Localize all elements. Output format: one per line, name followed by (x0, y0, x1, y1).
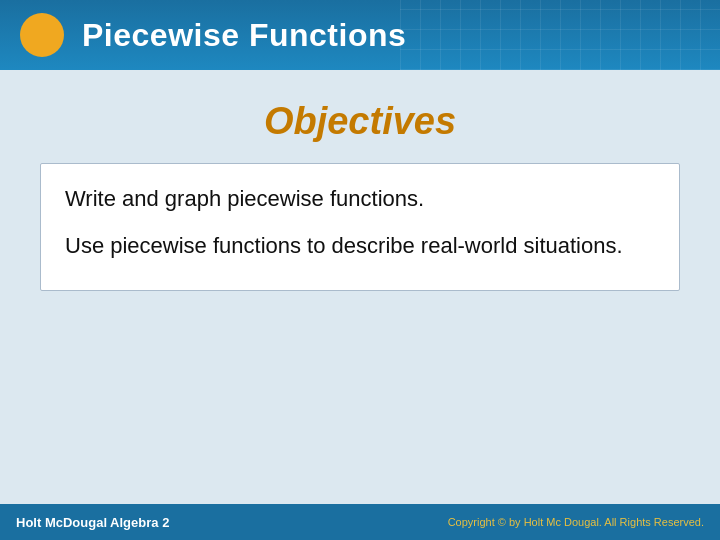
footer-left-text: Holt McDougal Algebra 2 (16, 515, 169, 530)
objectives-heading: Objectives (264, 100, 456, 143)
header-bar: Piecewise Functions (0, 0, 720, 70)
objectives-box: Write and graph piecewise functions. Use… (40, 163, 680, 291)
objective-item-2: Use piecewise functions to describe real… (65, 231, 655, 262)
footer-right-text: Copyright © by Holt Mc Dougal. All Right… (448, 516, 704, 528)
objective-item-1: Write and graph piecewise functions. (65, 184, 655, 215)
main-content: Objectives Write and graph piecewise fun… (0, 70, 720, 504)
footer-bar: Holt McDougal Algebra 2 Copyright © by H… (0, 504, 720, 540)
header-title: Piecewise Functions (82, 17, 406, 54)
header-icon (20, 13, 64, 57)
slide: Piecewise Functions Objectives Write and… (0, 0, 720, 540)
